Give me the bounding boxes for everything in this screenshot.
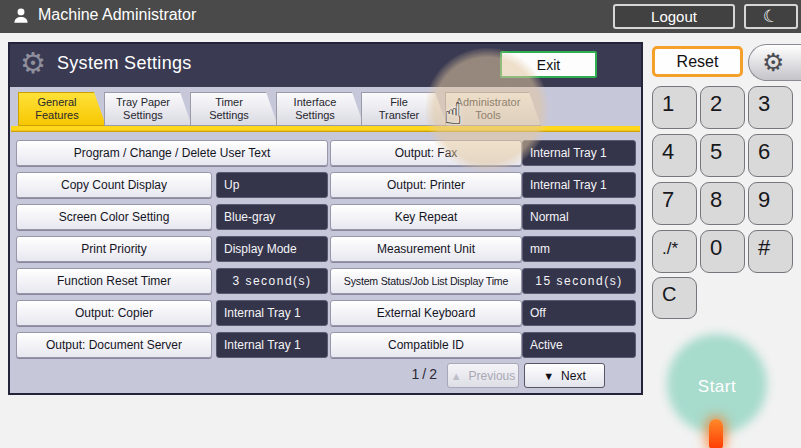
key-1[interactable]: 1 — [652, 86, 697, 129]
page-indicator: 1/2 — [382, 366, 440, 382]
setting-value-system-status-job-list-display-time[interactable]: 15 second(s) — [522, 268, 636, 294]
reset-button[interactable]: Reset — [652, 46, 743, 77]
logout-button[interactable]: Logout — [613, 4, 735, 29]
setting-value-output-copier[interactable]: Internal Tray 1 — [216, 300, 328, 326]
setting-label-external-keyboard[interactable]: External Keyboard — [330, 300, 522, 326]
setting-label-key-repeat[interactable]: Key Repeat — [330, 204, 522, 230]
key-hash[interactable]: # — [748, 230, 793, 273]
top-bar: Machine Administrator Logout ☾ — [0, 0, 801, 33]
keypad-settings-button[interactable]: ⚙ — [748, 44, 801, 81]
key-dot-star[interactable]: ./* — [652, 230, 697, 273]
screen-dim-button[interactable]: ☾ — [744, 4, 798, 29]
exit-button[interactable]: Exit — [500, 51, 597, 78]
key-7[interactable]: 7 — [652, 182, 697, 225]
up-triangle-icon: ▲ — [451, 370, 462, 382]
gear-icon: ⚙ — [20, 48, 46, 80]
setting-value-measurement-unit[interactable]: mm — [522, 236, 636, 262]
setting-label-compatible-id[interactable]: Compatible ID — [330, 332, 522, 358]
setting-program-change-delete-user-text[interactable]: Program / Change / Delete User Text — [16, 140, 328, 166]
key-6[interactable]: 6 — [748, 134, 793, 177]
setting-label-output-copier[interactable]: Output: Copier — [16, 300, 212, 326]
setting-label-print-priority[interactable]: Print Priority — [16, 236, 212, 262]
setting-label-output-fax[interactable]: Output: Fax — [330, 140, 522, 166]
tab-interface-settings[interactable]: Interface Settings — [276, 92, 364, 126]
logged-in-user-name: Machine Administrator — [38, 6, 196, 24]
setting-value-function-reset-timer[interactable]: 3 second(s) — [216, 268, 328, 294]
setting-label-screen-color-setting[interactable]: Screen Color Setting — [16, 204, 212, 230]
setting-label-copy-count-display[interactable]: Copy Count Display — [16, 172, 212, 198]
setting-value-output-document-server[interactable]: Internal Tray 1 — [216, 332, 328, 358]
start-button-label: Start — [667, 377, 767, 397]
setting-value-key-repeat[interactable]: Normal — [522, 204, 636, 230]
next-page-button[interactable]: ▼ Next — [524, 363, 605, 388]
key-3[interactable]: 3 — [748, 86, 793, 129]
system-settings-panel: ⚙ System Settings Exit General Features … — [8, 42, 643, 395]
selected-tab-underline — [11, 126, 640, 132]
tab-administrator-tools[interactable]: Administrator Tools — [445, 92, 541, 126]
key-4[interactable]: 4 — [652, 134, 697, 177]
tab-file-transfer[interactable]: File Transfer — [361, 92, 447, 126]
setting-label-output-document-server[interactable]: Output: Document Server — [16, 332, 212, 358]
previous-page-button[interactable]: ▲ Previous — [447, 363, 519, 388]
tab-timer-settings[interactable]: Timer Settings — [190, 92, 278, 126]
setting-value-copy-count-display[interactable]: Up — [216, 172, 328, 198]
tab-tray-paper-settings[interactable]: Tray Paper Settings — [104, 92, 192, 126]
key-8[interactable]: 8 — [700, 182, 745, 225]
device-screen: Machine Administrator Logout ☾ ⚙ System … — [0, 0, 801, 448]
setting-value-print-priority[interactable]: Display Mode — [216, 236, 328, 262]
setting-value-output-fax[interactable]: Internal Tray 1 — [522, 140, 636, 166]
setting-value-screen-color-setting[interactable]: Blue-gray — [216, 204, 328, 230]
gear-icon: ⚙ — [762, 48, 784, 77]
key-0[interactable]: 0 — [700, 230, 745, 273]
setting-label-measurement-unit[interactable]: Measurement Unit — [330, 236, 522, 262]
setting-label-function-reset-timer[interactable]: Function Reset Timer — [16, 268, 212, 294]
next-label: Next — [561, 369, 586, 383]
panel-header: ⚙ System Settings Exit — [10, 44, 641, 87]
page-title: System Settings — [57, 53, 192, 74]
setting-label-output-printer[interactable]: Output: Printer — [330, 172, 522, 198]
setting-value-output-printer[interactable]: Internal Tray 1 — [522, 172, 636, 198]
key-9[interactable]: 9 — [748, 182, 793, 225]
setting-label-system-status-job-list-display-time[interactable]: System Status/Job List Display Time — [330, 268, 522, 294]
user-icon — [12, 7, 30, 29]
moon-icon: ☾ — [762, 7, 780, 27]
down-triangle-icon: ▼ — [543, 370, 554, 382]
start-indicator-light — [709, 419, 723, 448]
setting-value-external-keyboard[interactable]: Off — [522, 300, 636, 326]
setting-value-compatible-id[interactable]: Active — [522, 332, 636, 358]
key-5[interactable]: 5 — [700, 134, 745, 177]
clear-button[interactable]: C — [652, 277, 697, 319]
tab-general-features[interactable]: General Features — [18, 92, 106, 126]
key-2[interactable]: 2 — [700, 86, 745, 129]
previous-label: Previous — [469, 369, 516, 383]
